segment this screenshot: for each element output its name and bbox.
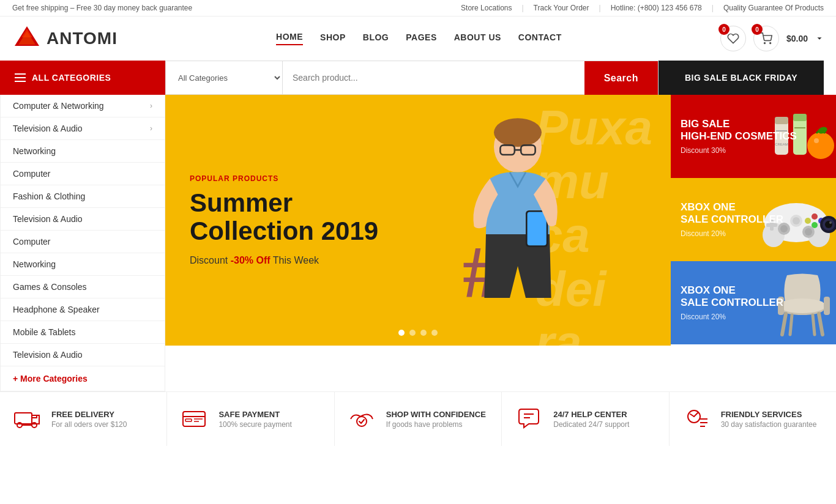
cart-chevron-icon (815, 34, 824, 43)
banner-controller1-discount: Discount 20% (681, 229, 783, 238)
banner-cosmetics-text: BIG SALE HIGH-END COSMETICS Discount 30% (681, 118, 797, 155)
wishlist-button[interactable]: 0 (720, 26, 746, 51)
friendly-icon (682, 404, 711, 434)
dot-3[interactable] (420, 330, 427, 336)
confidence-info: SHOP WITH CONFIDENCE If goods have probl… (386, 410, 486, 429)
sidebar-item-television-audio-3[interactable]: Television & Audio (1, 344, 165, 366)
friendly-title: FRIENDLY SERVICES (721, 410, 817, 419)
sep2: | (599, 4, 601, 12)
sidebar-item-networking-2[interactable]: Networking (1, 253, 165, 276)
right-banners: BIG SALE HIGH-END COSMETICS Discount 30%… (671, 95, 836, 391)
banner-controller-2[interactable]: XBOX ONE SALE CONTROLLER Discount 20% (671, 261, 836, 344)
svg-line-46 (819, 314, 823, 335)
nav-pages[interactable]: PAGES (406, 32, 436, 45)
sidebar-label-9: Headphone & Speaker (13, 305, 100, 314)
sep3: | (712, 4, 714, 12)
svg-rect-11 (528, 212, 547, 246)
sidebar-item-games[interactable]: Games & Consoles (1, 276, 165, 298)
track-order-link[interactable]: Track Your Order (534, 4, 589, 12)
hero-title: Summer Collection 2019 (190, 189, 378, 245)
sidebar-item-television-audio-1[interactable]: Television & Audio › (1, 117, 165, 140)
svg-line-48 (813, 315, 815, 335)
hero-content: POPULAR PRODUCTS Summer Collection 2019 … (190, 174, 378, 266)
bottom-delivery: FREE DELIVERY For all oders over $120 (0, 392, 167, 446)
store-locations-link[interactable]: Store Locations (461, 4, 512, 12)
banner-cosmetics[interactable]: BIG SALE HIGH-END COSMETICS Discount 30%… (671, 95, 836, 178)
svg-point-42 (779, 298, 826, 313)
help-title: 24/7 HELP CENTER (553, 410, 629, 419)
sidebar-label-0: Computer & Networking (13, 101, 104, 111)
all-categories-button[interactable]: ALL CATEGORIES (0, 61, 165, 95)
hero-banner: POPULAR PRODUCTS Summer Collection 2019 … (165, 95, 671, 346)
chevron-icon-1: › (150, 124, 152, 133)
badge-icon (683, 408, 710, 430)
all-categories-label: ALL CATEGORIES (32, 73, 111, 83)
sidebar-item-fashion[interactable]: Fashion & Clothing (1, 185, 165, 208)
nav-about[interactable]: ABOUT US (454, 32, 501, 45)
confidence-subtitle: If goods have problems (386, 420, 486, 429)
hero-title-line1: Summer (190, 188, 293, 217)
discount-suffix: This Week (273, 255, 319, 265)
svg-point-4 (770, 43, 771, 44)
nav-contact[interactable]: CONTACT (518, 32, 562, 45)
truck-icon (13, 408, 40, 430)
sidebar-item-computer-networking[interactable]: Computer & Networking › (1, 95, 165, 117)
svg-line-62 (690, 414, 694, 417)
svg-point-30 (805, 218, 811, 224)
dot-1[interactable] (398, 330, 405, 336)
nav-home[interactable]: HOME (276, 32, 303, 45)
banner-cosmetics-discount: Discount 30% (681, 146, 797, 155)
svg-point-36 (805, 228, 812, 235)
search-input[interactable] (283, 61, 584, 94)
dot-4[interactable] (431, 330, 438, 336)
sidebar-label-6: Computer (13, 237, 50, 246)
svg-point-40 (829, 221, 832, 224)
main-nav: HOME SHOP BLOG PAGES ABOUT US CONTACT (136, 32, 702, 45)
discount-prefix: Discount (190, 255, 228, 265)
sidebar-label-11: Television & Audio (13, 350, 83, 360)
search-form: All Categories Computer & Networking Tel… (165, 61, 659, 95)
cart-total[interactable]: $0.00 (786, 34, 808, 43)
sidebar-item-television-audio-2[interactable]: Television & Audio (1, 208, 165, 231)
category-select[interactable]: All Categories Computer & Networking Tel… (166, 61, 283, 94)
friendly-info: FRIENDLY SERVICES 30 day satisfaction gu… (721, 410, 817, 429)
bottom-friendly: FRIENDLY SERVICES 30 day satisfaction gu… (670, 392, 836, 446)
confidence-icon (347, 404, 376, 434)
sidebar-item-networking[interactable]: Networking (1, 140, 165, 163)
top-bar-left: Get free shipping – Free 30 day money ba… (12, 4, 192, 12)
nav-blog[interactable]: BLOG (363, 32, 389, 45)
banner-controller-1[interactable]: XBOX ONE SALE CONTROLLER Discount 20% (671, 178, 836, 261)
search-button[interactable]: Search (584, 61, 658, 95)
cart-button[interactable]: 0 (753, 26, 779, 51)
logo[interactable]: ANTOMI (12, 24, 118, 53)
header: ANTOMI HOME SHOP BLOG PAGES ABOUT US CON… (0, 17, 836, 61)
svg-rect-44 (824, 297, 830, 315)
sidebar-item-mobile[interactable]: Mobile & Tablets (1, 321, 165, 344)
sidebar-item-computer[interactable]: Computer (1, 163, 165, 185)
sidebar-item-computer-2[interactable]: Computer (1, 231, 165, 253)
delivery-info: FREE DELIVERY For all oders over $120 (51, 410, 127, 429)
banner-controller2-discount: Discount 20% (681, 313, 783, 321)
confidence-title: SHOP WITH CONFIDENCE (386, 410, 486, 419)
nav-shop[interactable]: SHOP (320, 32, 346, 45)
top-bar: Get free shipping – Free 30 day money ba… (0, 0, 836, 17)
cart-icon (760, 32, 772, 45)
svg-line-63 (694, 413, 698, 417)
svg-rect-55 (185, 419, 192, 421)
svg-point-6 (494, 118, 542, 147)
payment-subtitle: 100% secure payment (218, 420, 291, 429)
card-icon (181, 408, 207, 430)
bottom-payment: SAFE PAYMENT 100% secure payment (167, 392, 334, 446)
bottom-bar: FREE DELIVERY For all oders over $120 SA… (0, 391, 836, 446)
help-subtitle: Dedicated 24/7 support (553, 420, 629, 429)
hero-person (426, 107, 622, 346)
more-categories-button[interactable]: + More Categories (1, 366, 165, 391)
svg-point-27 (812, 213, 818, 220)
payment-icon (179, 404, 209, 434)
sidebar-item-headphone[interactable]: Headphone & Speaker (1, 298, 165, 321)
black-friday-button[interactable]: BIG SALE BLACK FRIDAY (659, 61, 824, 95)
quality-guarantee-link[interactable]: Quality Guarantee Of Products (723, 4, 824, 12)
banner-controller2-text: XBOX ONE SALE CONTROLLER Discount 20% (681, 284, 783, 322)
sidebar-label-4: Fashion & Clothing (13, 191, 85, 201)
dot-2[interactable] (409, 330, 416, 336)
